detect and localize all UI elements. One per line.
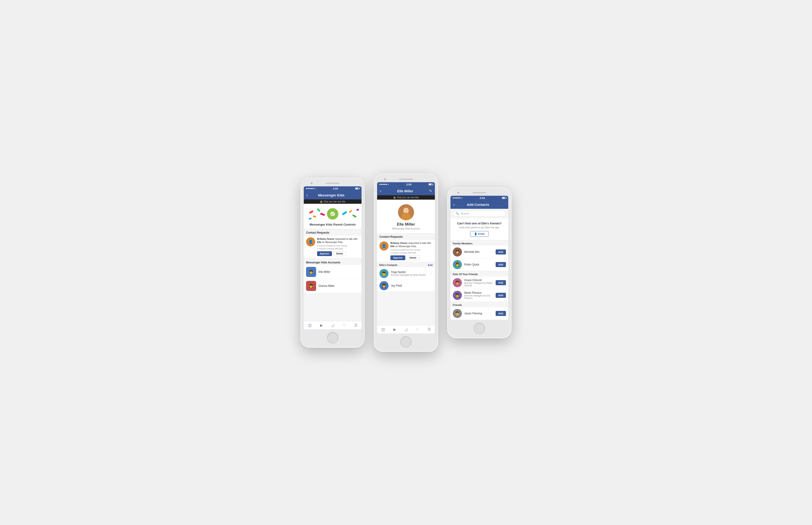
robin-avatar: 👩: [453, 260, 462, 269]
tab-home-2[interactable]: ◫: [380, 327, 387, 332]
tab-play-2[interactable]: ▶: [392, 327, 398, 332]
time-2: 2:04: [406, 183, 411, 186]
michelle-name: Michelle Min: [464, 250, 493, 254]
profile-avatar-2: [398, 204, 414, 220]
requester-avatar-2: 👤: [379, 241, 389, 251]
request-content-2: Brittany House requested to talk with El…: [390, 241, 433, 260]
camera-2: [384, 178, 386, 180]
edit-button-2[interactable]: ✎: [429, 189, 432, 193]
battery-1: [355, 188, 359, 190]
tab-store-1[interactable]: ◿: [329, 322, 336, 328]
phone-bottom-1: [304, 329, 361, 344]
search-bar-3[interactable]: 🔍 Search: [453, 211, 506, 216]
profile-name-2: Elle Miller: [379, 222, 433, 227]
lock-banner-1: 🔒 Only you can see this: [304, 199, 361, 204]
search-container-3: 🔍 Search: [451, 209, 508, 219]
michelle-avatar: 👩: [453, 247, 462, 257]
home-button-2[interactable]: [400, 336, 412, 348]
add-jason-button[interactable]: Add: [496, 311, 506, 316]
elles-contacts-add[interactable]: Add: [428, 264, 433, 266]
signal-dots-1: [306, 188, 314, 189]
contact-tripp[interactable]: 👦 Tripp Nezbit Account managed by Brian …: [377, 267, 435, 280]
add-michelle-button[interactable]: Add: [496, 250, 506, 254]
contact-robin[interactable]: 👩 Robin Quick Add: [451, 258, 508, 271]
tripp-menu-dots[interactable]: ⋮: [430, 272, 433, 275]
contact-marie[interactable]: 👧 Marie Pieracci Account managed by Eric…: [451, 289, 508, 302]
add-marie-button[interactable]: Add: [496, 293, 506, 298]
request-sub-1: Account created by Erin House: [317, 244, 359, 247]
tab-home-1[interactable]: ◫: [306, 322, 313, 328]
tripp-name: Tripp Nezbit: [391, 271, 427, 274]
accounts-title-1: Messenger Kids Accounts: [304, 259, 361, 265]
requester-avatar-1: 👤: [306, 237, 315, 246]
search-icon-3: 🔍: [456, 212, 459, 215]
add-robin-button[interactable]: Add: [496, 262, 506, 267]
tab-play-1[interactable]: ▶: [318, 322, 325, 328]
approve-button-2[interactable]: Approve: [390, 255, 405, 260]
invite-icon-3: 👤: [474, 232, 477, 236]
jason-name: Jason Fleming: [464, 312, 493, 315]
home-button-3[interactable]: [474, 322, 485, 334]
tab-store-2[interactable]: ◿: [403, 327, 409, 332]
contact-michelle[interactable]: 👩 Michelle Min Add: [451, 246, 508, 258]
nav-bar-3: ‹ Add Contacts: [451, 200, 508, 209]
tab-notifications-1[interactable]: ♡: [341, 322, 347, 328]
grace-sub: Account managed by Nadia Driscoll: [464, 282, 493, 287]
contact-request-card-2: 👤 Brittany House requested to talk with …: [377, 239, 435, 262]
status-right-1: [355, 188, 359, 190]
tab-bar-2: ◫ ▶ ◿ ♡ ☰: [377, 325, 435, 333]
phone-2: ⊙ 2:04 ‹ Elle Miller ✎ 🔒 Only you can se…: [374, 174, 438, 352]
contact-requests-title-1: Contact Requests: [304, 229, 361, 235]
screen-content-2: Contact Requests 👤 Brittany House reques…: [377, 234, 435, 325]
jay-name: Jay Field: [391, 284, 433, 287]
request-buttons-1: Approve Delete: [317, 251, 359, 256]
phone-3: ⊙ 2:04 ‹ Add Contacts 🔍 Search: [447, 187, 512, 338]
phone-1: ⊙ 2:04 ‹ Messenger Kids 🔒 Only you can s…: [300, 178, 365, 348]
speaker-1: [326, 183, 340, 184]
contact-grace[interactable]: 👧 Grace Driscoll Account managed by Nadi…: [451, 276, 508, 289]
screen-3: ⊙ 2:04 ‹ Add Contacts 🔍 Search: [451, 196, 508, 320]
nav-title-2: Elle Miller: [381, 189, 429, 193]
tab-bar-1: ◫ ▶ ◿ ♡ ☰: [304, 321, 361, 329]
contact-request-card-1: 👤 Brittany House requested to talk with …: [304, 235, 361, 258]
home-button-1[interactable]: [327, 332, 338, 344]
status-bar-1: ⊙ 2:04: [304, 186, 361, 191]
delete-button-1[interactable]: Delete: [333, 251, 346, 256]
account-elle[interactable]: 👧 Elle Miller: [304, 265, 361, 279]
request-mutual-1: 3 mutual contacts with Elle: [317, 247, 359, 250]
contact-jason[interactable]: 👨 Jason Fleming Add: [451, 307, 508, 320]
tab-menu-1[interactable]: ☰: [353, 322, 359, 328]
grace-name: Grace Driscoll: [464, 279, 493, 282]
tripp-avatar: 👦: [379, 269, 389, 278]
approve-button-1[interactable]: Approve: [317, 251, 332, 256]
scene: ⊙ 2:04 ‹ Messenger Kids 🔒 Only you can s…: [300, 174, 512, 352]
wifi-icon-2: ⊙: [387, 183, 389, 186]
account-name-elle: Elle Miller: [318, 270, 330, 273]
nav-bar-1: ‹ Messenger Kids: [304, 191, 361, 199]
add-grace-button[interactable]: Add: [496, 280, 506, 285]
request-row-1: 👤 Brittany House requested to talk with …: [306, 237, 359, 256]
time-1: 2:04: [333, 187, 338, 190]
lock-banner-2: 🔒 Only you can see this: [377, 195, 435, 200]
confetti-area-1: [307, 207, 359, 222]
delete-button-2[interactable]: Delete: [407, 255, 420, 260]
profile-section-2: Elle Miller Messenger Kids Account: [377, 200, 435, 234]
nav-bar-2: ‹ Elle Miller ✎: [377, 187, 435, 195]
tab-notifications-2[interactable]: ♡: [414, 327, 421, 332]
contact-jay[interactable]: 👧 Jay Field: [377, 280, 435, 291]
status-bar-3: ⊙ 2:04: [451, 196, 508, 200]
tab-menu-2[interactable]: ☰: [426, 327, 433, 332]
account-gianna[interactable]: 👧 Gianna Miller: [304, 279, 361, 293]
status-bar-2: ⊙ 2:04: [377, 182, 435, 187]
screen-2: ⊙ 2:04 ‹ Elle Miller ✎ 🔒 Only you can se…: [377, 182, 435, 333]
marie-sub: Account managed by Eric Pieracci: [464, 295, 493, 299]
account-name-gianna: Gianna Miller: [318, 284, 335, 287]
time-3: 2:04: [480, 197, 485, 199]
battery-2: [428, 183, 433, 185]
elles-contacts-title: Elle's Contacts: [379, 264, 397, 266]
phone-top-2: [377, 177, 435, 182]
mk-logo-1: [327, 208, 338, 220]
phone-bottom-3: [451, 320, 508, 335]
invite-button-3[interactable]: 👤 Invite: [470, 231, 489, 237]
grace-avatar: 👧: [453, 278, 462, 287]
